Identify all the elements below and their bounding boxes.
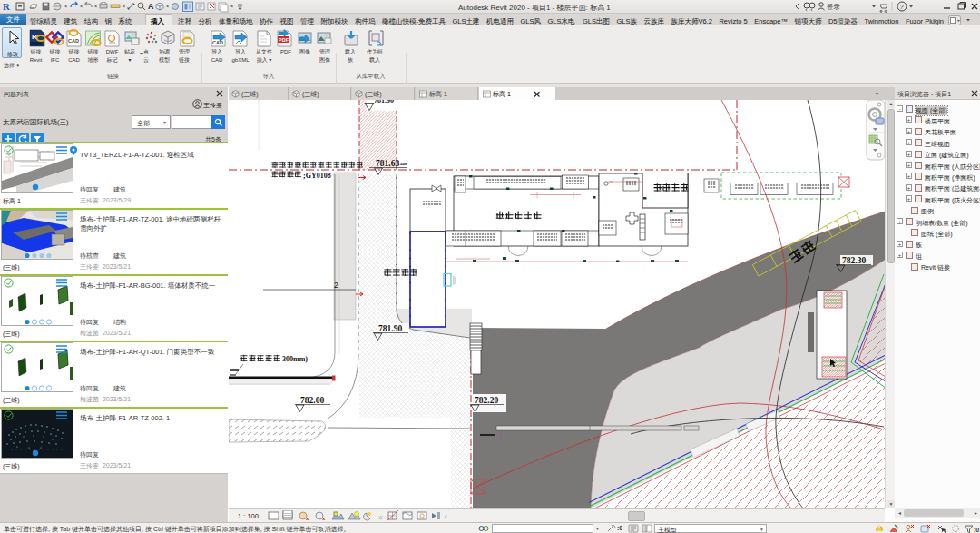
svg-text:?: ? xyxy=(900,3,904,11)
svg-text:登录: 登录 xyxy=(827,3,841,11)
svg-text:782.30: 782.30 xyxy=(842,256,866,265)
svg-text:781.90: 781.90 xyxy=(378,324,402,333)
svg-text:A: A xyxy=(148,2,154,11)
svg-text:782.00: 782.00 xyxy=(300,396,324,405)
svg-text:x: x xyxy=(306,516,309,521)
svg-text:CAD: CAD xyxy=(68,38,79,44)
svg-text:781.63: 781.63 xyxy=(376,159,399,168)
svg-text:☼: ☼ xyxy=(377,513,384,521)
svg-text:4400: 4400 xyxy=(400,162,407,166)
svg-text:CAD: CAD xyxy=(212,40,223,45)
svg-text:PDF: PDF xyxy=(279,37,289,43)
svg-text:x: x xyxy=(322,516,326,521)
svg-text:300mm): 300mm) xyxy=(282,355,308,363)
svg-text:R: R xyxy=(3,1,11,12)
svg-text:‹: ‹ xyxy=(445,512,447,521)
svg-text::0: :0 xyxy=(974,527,979,533)
svg-text:781.90: 781.90 xyxy=(374,100,394,104)
svg-text:;GY0108: ;GY0108 xyxy=(303,172,331,180)
svg-text:782.20: 782.20 xyxy=(475,396,498,405)
svg-text:2: 2 xyxy=(334,281,338,290)
